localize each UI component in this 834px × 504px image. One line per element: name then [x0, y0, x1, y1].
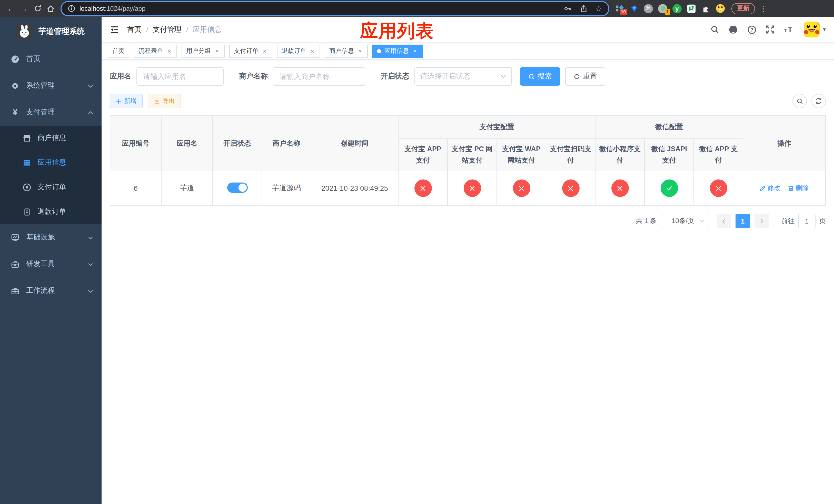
refresh-button[interactable]	[811, 94, 826, 108]
app-name-input[interactable]	[136, 67, 224, 86]
breadcrumb-payment[interactable]: 支付管理	[153, 25, 181, 34]
edit-button[interactable]: 修改	[760, 184, 781, 193]
sidebar-item-merchant-info[interactable]: 商户信息	[0, 125, 102, 150]
status-toggle[interactable]	[227, 182, 247, 192]
close-icon[interactable]	[262, 47, 268, 54]
group-header-alipay: 支付宝配置	[398, 116, 595, 139]
extension-command-icon[interactable]: ⌘	[643, 3, 654, 14]
main-area: 首页 支付管理 应用信息 应用列表 ?	[102, 17, 834, 504]
browser-home-icon[interactable]	[44, 2, 58, 15]
app-logo[interactable]: 芋道管理系统	[0, 17, 102, 46]
sidebar-item-refund-order[interactable]: 退款订单	[0, 200, 102, 224]
extensions-puzzle-icon[interactable]	[701, 3, 711, 14]
prev-page-button[interactable]	[717, 214, 731, 228]
sidebar-item-pay-order[interactable]: ¥ 支付订单	[0, 175, 102, 200]
share-icon[interactable]	[579, 4, 588, 13]
extension-recorder-icon[interactable]: 1	[658, 3, 668, 14]
tag-merchant-info[interactable]: 商户信息	[325, 44, 368, 58]
browser-toolbar: ← → localhost:1024/pay/app ☆ 10	[0, 0, 834, 17]
close-icon[interactable]	[412, 47, 418, 54]
merchant-name-input[interactable]	[273, 67, 365, 86]
caret-down-icon[interactable]: ▾	[823, 26, 826, 33]
search-button[interactable]: 搜索	[520, 67, 560, 86]
chevron-down-icon	[700, 219, 705, 223]
close-icon[interactable]	[309, 47, 315, 54]
reset-button-label: 重置	[583, 72, 597, 81]
avatar[interactable]	[804, 22, 820, 38]
svg-text:T: T	[788, 26, 792, 33]
tag-refund-order[interactable]: 退款订单	[277, 44, 320, 58]
font-size-icon[interactable]: TT	[780, 25, 799, 33]
status-select[interactable]: 请选择开启状态	[414, 67, 512, 86]
active-dot	[377, 49, 381, 53]
add-button[interactable]: 新增	[110, 94, 142, 108]
filter-form: 应用名 商户名称 开启状态 请选择开启状态 搜索	[110, 67, 826, 86]
yen-icon: ¥	[11, 107, 20, 117]
dashboard-icon	[11, 54, 20, 63]
sidebar-item-home[interactable]: 首页	[0, 46, 102, 72]
plus-icon	[116, 98, 122, 104]
sidebar-item-payment[interactable]: ¥ 支付管理	[0, 99, 102, 125]
page-number-1[interactable]: 1	[736, 214, 750, 228]
export-button[interactable]: 导出	[148, 94, 181, 108]
extension-emoji-icon[interactable]	[715, 3, 725, 14]
sidebar-item-workflow[interactable]: 工作流程	[0, 277, 102, 304]
extension-pinned-icon[interactable]: 10	[614, 3, 625, 14]
sidebar-item-infrastructure[interactable]: 基础设施	[0, 224, 102, 251]
password-key-icon[interactable]	[564, 4, 572, 13]
extension-balloon-icon[interactable]	[629, 3, 639, 14]
close-icon[interactable]	[214, 47, 220, 54]
extension-chat-icon[interactable]	[686, 3, 697, 14]
breadcrumb-home[interactable]: 首页	[127, 25, 141, 34]
tag-pay-order[interactable]: 支付订单	[229, 44, 272, 58]
browser-back-icon[interactable]: ←	[4, 2, 18, 15]
sidebar-item-dev-tools[interactable]: 研发工具	[0, 251, 102, 277]
sidebar-collapse-icon[interactable]	[110, 25, 119, 34]
search-icon[interactable]	[706, 25, 724, 34]
browser-forward-icon[interactable]: →	[18, 2, 31, 15]
fullscreen-icon[interactable]	[762, 25, 780, 34]
page-size-select[interactable]: 10条/页	[662, 214, 709, 228]
status-icon-error	[463, 180, 481, 197]
extension-y-icon[interactable]: y	[672, 3, 682, 14]
close-icon[interactable]	[357, 47, 363, 54]
bookmark-star-icon[interactable]: ☆	[595, 5, 602, 12]
tag-label: 用户分组	[186, 47, 211, 55]
download-icon	[154, 98, 160, 104]
col-header-alipay-qr: 支付宝扫码支付	[546, 139, 595, 171]
url-path: :1024/pay/app	[105, 5, 146, 12]
browser-reload-icon[interactable]	[31, 2, 44, 15]
add-button-label: 新增	[124, 97, 136, 105]
reset-button[interactable]: 重置	[565, 67, 605, 86]
next-page-button[interactable]	[754, 214, 769, 228]
col-header-alipay-pc: 支付宝 PC 网站支付	[447, 139, 497, 171]
browser-update-button[interactable]: 更新	[731, 3, 755, 14]
status-label: 开启状态	[380, 72, 409, 81]
browser-menu-icon[interactable]: ⋮	[759, 4, 767, 13]
app-window: 芋道管理系统 首页 系统管理 ¥ 支付管	[0, 17, 834, 504]
pagination: 共 1 条 10条/页 1 前往 页	[110, 214, 826, 238]
app-name-label: 应用名	[110, 72, 131, 81]
help-icon[interactable]: ?	[743, 25, 762, 34]
navbar-actions: ? TT ▾	[706, 22, 826, 38]
tag-process-form[interactable]: 流程表单	[134, 44, 177, 58]
chevron-down-icon	[88, 233, 93, 242]
sidebar-item-app-info[interactable]: 应用信息	[0, 150, 102, 175]
toggle-search-button[interactable]	[792, 94, 807, 108]
address-bar[interactable]: localhost:1024/pay/app ☆	[62, 2, 608, 15]
tag-label: 流程表单	[138, 47, 163, 55]
search-icon	[796, 98, 803, 104]
github-icon[interactable]	[724, 25, 743, 35]
delete-button[interactable]: 删除	[788, 184, 809, 193]
tag-user-group[interactable]: 用户分组	[181, 44, 225, 58]
sidebar-item-system[interactable]: 系统管理	[0, 72, 102, 99]
goto-page-input[interactable]	[798, 214, 815, 228]
pagination-total: 共 1 条	[636, 216, 657, 226]
tag-app-info[interactable]: 应用信息	[372, 44, 423, 58]
site-info-icon[interactable]	[68, 5, 75, 12]
monitor-chart-icon	[11, 233, 20, 242]
address-bar-actions: ☆	[564, 4, 602, 13]
tag-home[interactable]: 首页	[108, 44, 129, 58]
toggle-knob	[238, 183, 246, 191]
close-icon[interactable]	[166, 47, 172, 54]
